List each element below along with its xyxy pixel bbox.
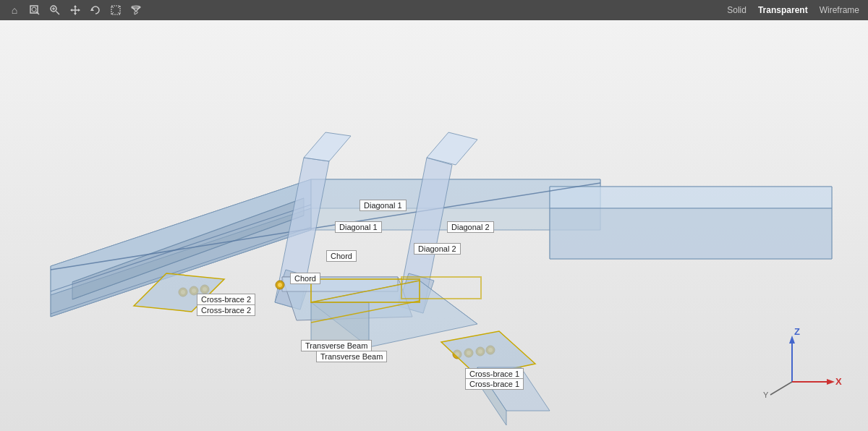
svg-line-4 (56, 12, 60, 15)
svg-text:X: X (835, 376, 842, 387)
viewport[interactable]: Analysis ✔ 100.0% Plates ✔ 2.5 < 5% Bolt… (0, 20, 868, 431)
svg-text:Z: Z (794, 326, 800, 337)
svg-marker-38 (550, 187, 832, 208)
svg-point-2 (32, 7, 36, 12)
rotate-button[interactable] (87, 1, 104, 19)
pan-button[interactable] (67, 1, 84, 19)
wireframe-mode[interactable]: Wireframe (817, 4, 862, 17)
zoom-button[interactable] (46, 1, 64, 19)
zoom-window-button[interactable] (26, 1, 43, 19)
svg-marker-12 (78, 9, 80, 12)
transparent-mode[interactable]: Transparent (755, 4, 811, 17)
svg-text:Y: Y (763, 391, 769, 399)
svg-marker-64 (311, 302, 369, 347)
svg-marker-10 (74, 13, 77, 15)
svg-marker-11 (70, 9, 72, 12)
svg-point-61 (278, 283, 282, 287)
fit-button[interactable] (107, 1, 124, 19)
toolbar: ⌂ (0, 0, 868, 20)
scene-3d: Z X Y (0, 20, 868, 431)
filter-button[interactable] (127, 1, 145, 19)
render-modes: Solid Transparent Wireframe (724, 4, 862, 17)
svg-marker-9 (74, 5, 77, 7)
svg-marker-39 (550, 208, 832, 259)
home-button[interactable]: ⌂ (6, 1, 23, 19)
solid-mode[interactable]: Solid (724, 4, 749, 17)
